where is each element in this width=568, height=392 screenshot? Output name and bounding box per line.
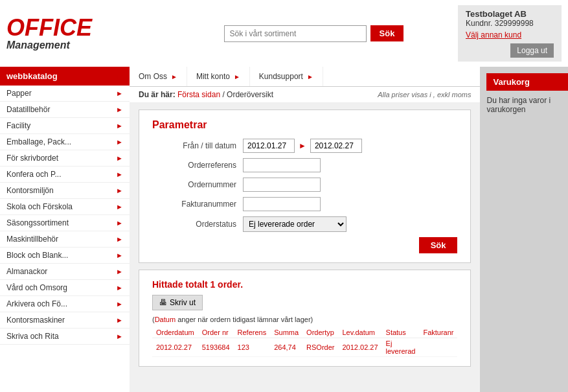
- content-area: Parametrar Från / till datum ► Orderrefe…: [130, 103, 480, 392]
- user-company: Testbolaget AB: [466, 9, 554, 19]
- search-button[interactable]: Sök: [370, 25, 404, 41]
- orderref-row: Orderreferens: [152, 158, 457, 172]
- arrow-icon: ►: [116, 235, 123, 243]
- arrow-icon: ►: [116, 122, 123, 130]
- sidebar-item-block[interactable]: Block och Blank... ►: [0, 248, 130, 264]
- arrow-icon: ►: [116, 251, 123, 259]
- col-status: Status: [382, 327, 420, 338]
- arrow-icon: ►: [116, 187, 123, 194]
- parametrar-box: Parametrar Från / till datum ► Orderrefe…: [139, 110, 471, 263]
- from-date-input[interactable]: [243, 139, 295, 153]
- valj-annan-kund-link[interactable]: Välj annan kund: [466, 30, 521, 40]
- datum-highlight: Datum: [155, 316, 176, 323]
- sidebar-item-skola[interactable]: Skola och Förskola ►: [0, 199, 130, 215]
- cell-levdatum: 2012.02.27: [338, 338, 381, 357]
- breadcrumb: Du är här: Första sidan / Orderöversikt: [139, 90, 273, 99]
- fakturanr-input[interactable]: [243, 197, 321, 211]
- parametrar-title: Parametrar: [152, 119, 457, 131]
- col-summa: Summa: [270, 327, 302, 338]
- search-input[interactable]: [224, 25, 367, 42]
- sidebar-header-arrow: ►: [116, 73, 123, 80]
- nav-mitt-konto[interactable]: Mitt konto ►: [187, 67, 250, 86]
- sidebar-item-almanackor[interactable]: Almanackor ►: [0, 264, 130, 280]
- sidebar-item-for-skrivbordet[interactable]: För skrivbordet ►: [0, 150, 130, 167]
- ordernr-input[interactable]: [243, 178, 321, 192]
- nav-om-oss[interactable]: Om Oss ►: [130, 67, 187, 86]
- col-ordernr: Order nr: [198, 327, 234, 338]
- ordernr-label: Ordernummer: [152, 180, 243, 189]
- nav-arrow-icon: ►: [307, 73, 313, 80]
- nav-kundsupport[interactable]: Kundsupport ►: [250, 67, 323, 86]
- arrow-icon: ►: [116, 154, 123, 162]
- sidebar-item-datatillbehor[interactable]: Datatillbehör ►: [0, 102, 130, 118]
- order-table: Orderdatum Order nr Referens Summa Order…: [152, 327, 457, 357]
- sidebar-item-papper[interactable]: Papper ►: [0, 86, 130, 102]
- user-kundnr: Kundnr. 329999998: [466, 19, 554, 28]
- varukorg-title: Varukorg: [486, 73, 568, 91]
- orderstatus-row: Orderstatus Ej levererade order Alla ord…: [152, 216, 457, 232]
- arrow-icon: ►: [116, 332, 123, 340]
- sidebar-item-sasong[interactable]: Säsongssortiment ►: [0, 215, 130, 231]
- fakturanr-row: Fakturanummer: [152, 197, 457, 211]
- skriv-ut-button[interactable]: 🖶 Skriv ut: [152, 295, 203, 310]
- date-arrow-icon: ►: [299, 141, 306, 150]
- ordernr-row: Ordernummer: [152, 178, 457, 192]
- right-panel: Varukorg Du har inga varor i varukorgen: [480, 67, 568, 392]
- results-box: Hittade totalt 1 order. 🖶 Skriv ut (Datu…: [139, 270, 471, 367]
- main-area: Om Oss ► Mitt konto ► Kundsupport ► Du ä…: [130, 67, 480, 392]
- sidebar-item-arkivera[interactable]: Arkivera och Fö... ►: [0, 296, 130, 312]
- arrow-icon: ►: [116, 89, 123, 97]
- nav-arrow-icon: ►: [171, 73, 177, 80]
- sidebar-item-konfera[interactable]: Konfera och P... ►: [0, 167, 130, 183]
- cell-ordernr: 5193684: [198, 338, 234, 357]
- price-note: Alla priser visas i , exkl moms: [378, 91, 471, 98]
- cell-summa: 264,74: [270, 338, 302, 357]
- arrow-icon: ►: [116, 138, 123, 146]
- breadcrumb-first-page[interactable]: Första sidan: [177, 90, 220, 99]
- cell-fakturanr: [419, 338, 457, 357]
- logo-office: OFFICE: [6, 16, 92, 40]
- logo-management: Management: [6, 40, 92, 51]
- arrow-icon: ►: [116, 268, 123, 275]
- to-date-input[interactable]: [310, 139, 362, 153]
- arrow-icon: ►: [116, 219, 123, 227]
- orderref-label: Orderreferens: [152, 161, 243, 170]
- col-orderdatum: Orderdatum: [152, 327, 198, 338]
- sidebar-item-kontorsmaskiner[interactable]: Kontorsmaskiner ►: [0, 312, 130, 329]
- date-row: Från / till datum ►: [152, 139, 457, 153]
- logga-ut-button[interactable]: Logga ut: [510, 43, 554, 58]
- cell-ordertyp: RSOrder: [302, 338, 338, 357]
- sidebar: webbkatalog ► Papper ► Datatillbehör ► F…: [0, 67, 130, 392]
- fakturanr-label: Fakturanummer: [152, 200, 243, 209]
- sidebar-item-emballage[interactable]: Emballage, Pack... ►: [0, 134, 130, 150]
- sidebar-header: webbkatalog ►: [0, 67, 130, 86]
- top-nav: Om Oss ► Mitt konto ► Kundsupport ►: [130, 67, 480, 87]
- varukorg-empty: Du har inga varor i varukorgen: [486, 96, 568, 114]
- user-info-panel: Testbolaget AB Kundnr. 329999998 Välj an…: [458, 5, 562, 62]
- datum-note: (Datum anger när ordern tidigast lämnar …: [152, 316, 457, 323]
- sidebar-item-skriva[interactable]: Skriva och Rita ►: [0, 329, 130, 345]
- col-fakturanr: Fakturanr: [419, 327, 457, 338]
- orderref-input[interactable]: [243, 158, 321, 172]
- cell-orderdatum: 2012.02.27: [152, 338, 198, 357]
- arrow-icon: ►: [116, 316, 123, 324]
- arrow-icon: ►: [116, 170, 123, 178]
- cell-referens: 123: [234, 338, 271, 357]
- arrow-icon: ►: [116, 106, 123, 113]
- orderstatus-select[interactable]: Ej levererade order Alla order Levererad…: [243, 216, 346, 232]
- sidebar-item-kontorsmiljon[interactable]: Kontorsmiljön ►: [0, 183, 130, 199]
- search-area: Sök: [224, 25, 404, 42]
- col-ordertyp: Ordertyp: [302, 327, 338, 338]
- results-title: Hittade totalt 1 order.: [152, 279, 457, 290]
- arrow-icon: ►: [116, 203, 123, 211]
- breadcrumb-current: Orderöversikt: [227, 90, 273, 99]
- sok-button[interactable]: Sök: [419, 237, 458, 253]
- sidebar-item-facility[interactable]: Facility ►: [0, 118, 130, 134]
- arrow-icon: ►: [116, 300, 123, 308]
- col-levdatum: Lev.datum: [338, 327, 381, 338]
- breadcrumb-bar: Du är här: Första sidan / Orderöversikt …: [130, 87, 480, 103]
- sidebar-item-vard[interactable]: Vård och Omsorg ►: [0, 280, 130, 296]
- cell-status: Ej levererad: [382, 338, 420, 357]
- sidebar-item-maskintillbehor[interactable]: Maskintillbehör ►: [0, 231, 130, 248]
- arrow-icon: ►: [116, 284, 123, 292]
